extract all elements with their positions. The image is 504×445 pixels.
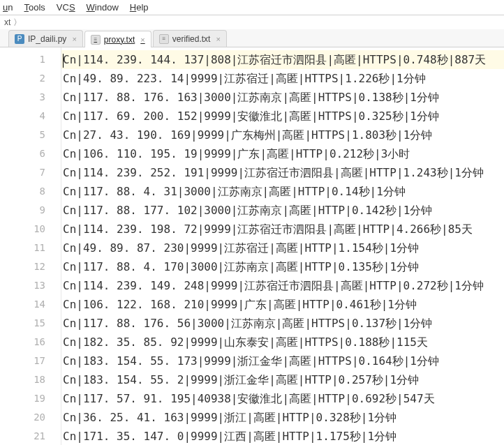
menu-item[interactable]: VCS xyxy=(57,2,75,13)
close-icon[interactable]: × xyxy=(72,35,76,43)
line-number: 2 xyxy=(0,69,61,88)
tab-bar: PIP_daili.py×≡proxy.txt×≡verified.txt× xyxy=(0,29,504,47)
line-number: 6 xyxy=(0,144,61,163)
line-number: 13 xyxy=(0,276,61,295)
line-number: 9 xyxy=(0,201,61,220)
text-line[interactable]: Cn|117. 88. 4. 31|3000|江苏南京|高匿|HTTP|0.14… xyxy=(61,182,504,201)
text-line[interactable]: Cn|36. 25. 41. 163|9999|浙江|高匿|HTTP|0.328… xyxy=(61,408,504,427)
editor-content[interactable]: Cn|114. 239. 144. 137|808|江苏宿迁市泗阳县|高匿|HT… xyxy=(61,47,504,445)
line-number: 10 xyxy=(0,220,61,239)
text-file-icon: ≡ xyxy=(159,34,169,44)
breadcrumb: xt 〉 xyxy=(0,15,504,29)
line-number: 7 xyxy=(0,163,61,182)
line-number: 3 xyxy=(0,88,61,107)
text-line[interactable]: Cn|117. 88. 176. 56|3000|江苏南京|高匿|HTTPS|0… xyxy=(61,314,504,333)
line-number: 15 xyxy=(0,314,61,333)
line-number: 20 xyxy=(0,408,61,427)
tab-verified-txt[interactable]: ≡verified.txt× xyxy=(153,30,227,47)
text-line[interactable]: Cn|49. 89. 223. 14|9999|江苏宿迁|高匿|HTTPS|1.… xyxy=(61,69,504,88)
tab-label: IP_daili.py xyxy=(28,34,66,44)
text-line[interactable]: Cn|114. 239. 198. 72|9999|江苏宿迁市泗阳县|高匿|HT… xyxy=(61,220,504,239)
text-line[interactable]: Cn|117. 69. 200. 152|9999|安徽淮北|高匿|HTTPS|… xyxy=(61,107,504,126)
menu-item[interactable]: un xyxy=(3,2,13,13)
line-number: 19 xyxy=(0,389,61,408)
breadcrumb-text: xt 〉 xyxy=(4,17,22,29)
text-line[interactable]: Cn|49. 89. 87. 230|9999|江苏宿迁|高匿|HTTP|1.1… xyxy=(61,239,504,257)
text-line[interactable]: Cn|117. 88. 177. 102|3000|江苏南京|高匿|HTTP|0… xyxy=(61,201,504,220)
text-cursor xyxy=(63,54,64,68)
editor: 123456789101112131415161718192021 Cn|114… xyxy=(0,47,504,445)
text-line[interactable]: Cn|183. 154. 55. 173|9999|浙江金华|高匿|HTTPS|… xyxy=(61,352,504,370)
close-icon[interactable]: × xyxy=(216,35,220,43)
line-number: 16 xyxy=(0,333,61,352)
line-number: 21 xyxy=(0,427,61,445)
text-line[interactable]: Cn|182. 35. 85. 92|9999|山东泰安|高匿|HTTPS|0.… xyxy=(61,333,504,352)
line-number: 8 xyxy=(0,182,61,201)
line-number: 4 xyxy=(0,107,61,126)
menu-item[interactable]: Tools xyxy=(24,2,45,13)
text-line[interactable]: Cn|183. 154. 55. 2|9999|浙江金华|高匿|HTTP|0.2… xyxy=(61,370,504,389)
text-line[interactable]: Cn|117. 88. 4. 170|3000|江苏南京|高匿|HTTP|0.1… xyxy=(61,257,504,276)
close-icon[interactable]: × xyxy=(140,36,144,44)
tab-label: verified.txt xyxy=(172,34,211,44)
text-line[interactable]: Cn|117. 57. 91. 195|40938|安徽淮北|高匿|HTTP|0… xyxy=(61,389,504,408)
text-line[interactable]: Cn|114. 239. 149. 248|9999|江苏宿迁市泗阳县|高匿|H… xyxy=(61,276,504,295)
tab-proxy-txt[interactable]: ≡proxy.txt× xyxy=(84,31,151,47)
line-number: 17 xyxy=(0,352,61,370)
line-number: 12 xyxy=(0,257,61,276)
tab-label: proxy.txt xyxy=(104,35,135,45)
text-line[interactable]: Cn|106. 110. 195. 19|9999|广东|高匿|HTTP|0.2… xyxy=(61,144,504,163)
text-line[interactable]: Cn|117. 88. 176. 163|3000|江苏南京|高匿|HTTPS|… xyxy=(61,88,504,107)
text-line[interactable]: Cn|171. 35. 147. 0|9999|江西|高匿|HTTP|1.175… xyxy=(61,427,504,445)
text-file-icon: ≡ xyxy=(91,35,101,45)
menu-item[interactable]: Help xyxy=(130,2,149,13)
line-number: 11 xyxy=(0,239,61,257)
line-number: 14 xyxy=(0,295,61,314)
menu-item[interactable]: Window xyxy=(87,2,119,13)
menu-bar: unToolsVCSWindowHelp xyxy=(0,0,504,15)
line-number: 5 xyxy=(0,126,61,144)
tab-IP_daili-py[interactable]: PIP_daili.py× xyxy=(8,30,83,47)
text-line[interactable]: Cn|106. 122. 168. 210|9999|广东|高匿|HTTP|0.… xyxy=(61,295,504,314)
text-line[interactable]: Cn|114. 239. 144. 137|808|江苏宿迁市泗阳县|高匿|HT… xyxy=(61,50,504,69)
text-line[interactable]: Cn|114. 239. 252. 191|9999|江苏宿迁市泗阳县|高匿|H… xyxy=(61,163,504,182)
python-file-icon: P xyxy=(15,34,24,44)
text-line[interactable]: Cn|27. 43. 190. 169|9999|广东梅州|高匿|HTTPS|1… xyxy=(61,126,504,144)
line-number: 18 xyxy=(0,370,61,389)
gutter: 123456789101112131415161718192021 xyxy=(0,47,61,445)
line-number: 1 xyxy=(0,50,61,69)
